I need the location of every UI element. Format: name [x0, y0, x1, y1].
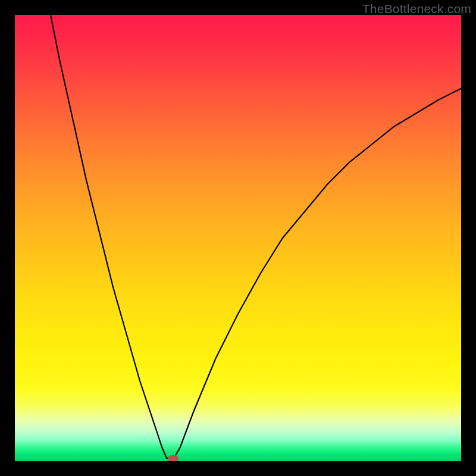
plot-area — [15, 15, 461, 461]
curve-svg — [15, 15, 461, 461]
bottleneck-curve — [51, 15, 461, 459]
chart-frame: TheBottleneck.com — [0, 0, 476, 476]
watermark-text: TheBottleneck.com — [362, 2, 471, 16]
optimum-marker — [168, 455, 178, 461]
